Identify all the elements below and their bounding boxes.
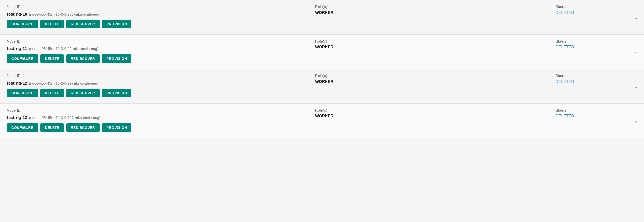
node-name-row-node-10: testing-10(node-k05r45m-10-0-0-208-mks-s… <box>7 12 156 16</box>
node-row-node-12: Node IDtesting-12(node-k05r45m-10-0-0-29… <box>0 69 644 104</box>
provision-button-node-12[interactable]: PROVISION <box>102 89 131 97</box>
roles-label-node-13: Role(s) <box>315 108 397 112</box>
node-roles-col-node-11: Role(s)WORKER <box>311 39 397 49</box>
status-value-node-13: DELETED <box>556 114 637 118</box>
node-hostname-node-10: (node-k05r45m-10-0-0-208-mks-scale-aug) <box>29 12 100 16</box>
node-row-node-10: Node IDtesting-10(node-k05r45m-10-0-0-20… <box>0 0 644 35</box>
node-left-node-13: Node IDtesting-13(node-k05r45m-10-0-0-19… <box>7 108 156 132</box>
delete-button-node-12[interactable]: DELETE <box>40 89 64 97</box>
node-roles-col-node-13: Role(s)WORKER <box>311 108 397 118</box>
node-roles-col-node-12: Role(s)WORKER <box>311 74 397 84</box>
roles-value-node-10: WORKER <box>315 10 397 15</box>
button-group-node-10: CONFIGUREDELETEREDISCOVERPROVISION <box>7 20 156 28</box>
status-value-node-10: DELETED <box>556 10 637 15</box>
node-left-node-10: Node IDtesting-10(node-k05r45m-10-0-0-20… <box>7 5 156 28</box>
node-left-node-12: Node IDtesting-12(node-k05r45m-10-0-0-29… <box>7 74 156 97</box>
node-id-label-node-11: Node ID <box>7 39 156 43</box>
node-id-label-node-10: Node ID <box>7 5 156 9</box>
button-group-node-13: CONFIGUREDELETEREDISCOVERPROVISION <box>7 123 156 132</box>
button-group-node-11: CONFIGUREDELETEREDISCOVERPROVISION <box>7 54 156 63</box>
rediscover-button-node-10[interactable]: REDISCOVER <box>66 20 100 28</box>
expand-chevron-node-10[interactable]: ⌄ <box>633 13 639 22</box>
node-status-col-node-12: StatusDELETED <box>551 74 637 84</box>
node-row-node-11: Node IDtesting-11(node-k05r45m-10-0-0-92… <box>0 35 644 69</box>
provision-button-node-13[interactable]: PROVISION <box>102 123 131 132</box>
node-id-label-node-12: Node ID <box>7 74 156 78</box>
node-status-col-node-11: StatusDELETED <box>551 39 637 49</box>
delete-button-node-11[interactable]: DELETE <box>40 54 64 63</box>
node-name-node-13: testing-13 <box>7 115 27 120</box>
node-list: Node IDtesting-10(node-k05r45m-10-0-0-20… <box>0 0 644 138</box>
node-name-row-node-12: testing-12(node-k05r45m-10-0-0-29-mks-sc… <box>7 81 156 85</box>
roles-value-node-11: WORKER <box>315 45 397 49</box>
node-name-node-12: testing-12 <box>7 81 27 85</box>
rediscover-button-node-12[interactable]: REDISCOVER <box>66 89 100 97</box>
node-name-row-node-13: testing-13(node-k05r45m-10-0-0-197-mks-s… <box>7 115 156 120</box>
configure-button-node-13[interactable]: CONFIGURE <box>7 123 38 132</box>
roles-label-node-10: Role(s) <box>315 5 397 9</box>
expand-chevron-node-12[interactable]: ⌄ <box>633 82 639 91</box>
expand-chevron-node-13[interactable]: ⌄ <box>633 116 639 125</box>
configure-button-node-11[interactable]: CONFIGURE <box>7 54 38 63</box>
roles-value-node-13: WORKER <box>315 114 397 118</box>
provision-button-node-11[interactable]: PROVISION <box>102 54 131 63</box>
status-label-node-11: Status <box>556 39 637 43</box>
node-left-node-11: Node IDtesting-11(node-k05r45m-10-0-0-92… <box>7 39 156 63</box>
node-hostname-node-12: (node-k05r45m-10-0-0-29-mks-scale-aug) <box>29 81 98 85</box>
configure-button-node-12[interactable]: CONFIGURE <box>7 89 38 97</box>
roles-label-node-11: Role(s) <box>315 39 397 43</box>
delete-button-node-13[interactable]: DELETE <box>40 123 64 132</box>
node-status-col-node-10: StatusDELETED <box>551 5 637 15</box>
status-label-node-12: Status <box>556 74 637 78</box>
node-name-node-11: testing-11 <box>7 46 27 51</box>
node-hostname-node-11: (node-k05r45m-10-0-0-92-mks-scale-aug) <box>29 47 98 51</box>
status-value-node-12: DELETED <box>556 79 637 84</box>
node-roles-col-node-10: Role(s)WORKER <box>311 5 397 15</box>
node-status-col-node-13: StatusDELETED <box>551 108 637 118</box>
node-name-row-node-11: testing-11(node-k05r45m-10-0-0-92-mks-sc… <box>7 46 156 51</box>
status-label-node-10: Status <box>556 5 637 9</box>
node-name-node-10: testing-10 <box>7 12 27 16</box>
configure-button-node-10[interactable]: CONFIGURE <box>7 20 38 28</box>
status-label-node-13: Status <box>556 108 637 112</box>
node-row-node-13: Node IDtesting-13(node-k05r45m-10-0-0-19… <box>0 104 644 138</box>
button-group-node-12: CONFIGUREDELETEREDISCOVERPROVISION <box>7 89 156 97</box>
roles-label-node-12: Role(s) <box>315 74 397 78</box>
delete-button-node-10[interactable]: DELETE <box>40 20 64 28</box>
roles-value-node-12: WORKER <box>315 79 397 84</box>
node-id-label-node-13: Node ID <box>7 108 156 112</box>
expand-chevron-node-11[interactable]: ⌄ <box>633 47 639 56</box>
status-value-node-11: DELETED <box>556 45 637 49</box>
rediscover-button-node-13[interactable]: REDISCOVER <box>66 123 100 132</box>
node-hostname-node-13: (node-k05r45m-10-0-0-197-mks-scale-aug) <box>29 116 100 120</box>
rediscover-button-node-11[interactable]: REDISCOVER <box>66 54 100 63</box>
provision-button-node-10[interactable]: PROVISION <box>102 20 131 28</box>
